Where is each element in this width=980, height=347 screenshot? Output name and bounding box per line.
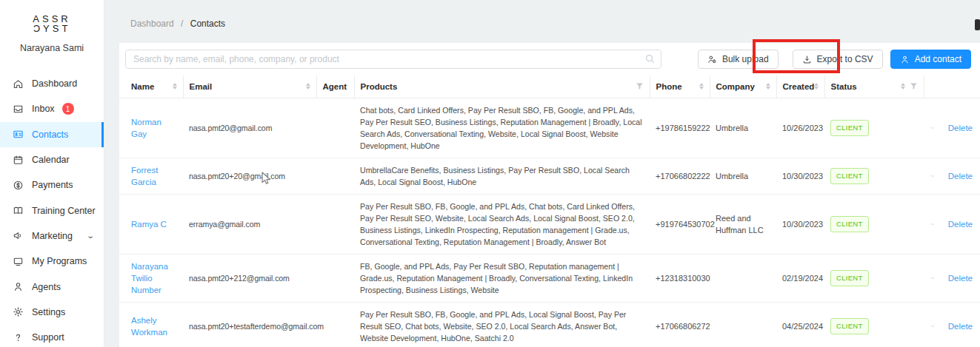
chevron-down-icon[interactable] [930,220,936,229]
bulk-upload-button[interactable]: Bulk upload [698,50,779,69]
column-header-status[interactable]: Status [824,75,924,98]
sort-icon[interactable] [173,83,177,90]
column-header-products[interactable]: Products [354,75,650,98]
contact-email: erramya@gmail.com [183,194,316,254]
add-person-icon [900,55,910,64]
sort-icon[interactable] [699,83,704,90]
column-header-company[interactable]: Company [710,75,776,98]
column-label: Created [783,82,815,91]
sidebar-item-my-programs[interactable]: My Programs [0,249,104,274]
sidebar-item-training-center[interactable]: Training Center [0,198,104,223]
export-csv-button[interactable]: Export to CSV [793,50,883,69]
chevron-down-icon[interactable]: ⌄ [86,232,95,240]
contact-name-link[interactable]: Ramya C [131,220,167,229]
delete-link[interactable]: Delete [948,320,973,332]
filter-icon[interactable] [347,82,347,90]
sidebar-item-contacts[interactable]: Contacts [0,122,104,147]
sidebar-item-support[interactable]: Support [0,325,104,347]
contact-created-date: 02/19/2024 [776,254,824,302]
bulk-upload-label: Bulk upload [722,54,769,64]
contact-products: FB, Google, and PPL Ads, Pay Per Result … [354,254,650,302]
column-header-email[interactable]: Email [183,75,316,98]
contact-name-link[interactable]: Norman Gay [131,118,161,138]
sidebar-item-agents[interactable]: Agents [0,274,104,299]
sidebar-item-inbox[interactable]: Inbox 1 [0,96,104,121]
sidebar-item-label: Marketing [32,231,73,241]
agent-person-icon [13,281,24,292]
scrollbar-thumb[interactable] [975,19,980,30]
sidebar-item-label: Inbox [32,104,55,114]
chevron-down-icon[interactable] [930,322,936,331]
contact-name-link[interactable]: Ashely Workman [131,316,167,337]
chevron-down-icon[interactable] [930,172,936,181]
delete-link[interactable]: Delete [948,272,973,284]
filter-icon[interactable] [636,82,644,90]
delete-link[interactable]: Delete [948,122,973,134]
sidebar-item-label: Dashboard [32,78,77,89]
contact-email: nasa.pmt20@gmail.com [183,98,316,158]
sidebar-item-dashboard[interactable]: Dashboard [0,71,104,96]
delete-link[interactable]: Delete [948,170,973,182]
sidebar-item-settings[interactable]: Settings [0,300,104,325]
column-header-agent[interactable]: Agent [316,75,354,98]
sort-icon[interactable] [306,83,310,90]
contact-created-date: 10/30/2023 [776,194,824,254]
column-header-name[interactable]: Name [119,75,183,98]
contact-agent [316,158,354,194]
column-header-actions [924,75,980,98]
column-label: Status [831,82,857,91]
sidebar-item-label: Training Center [32,206,96,216]
status-badge: CLIENT [830,168,869,184]
contact-email: nasa.pmt20+212@gmail.com [183,254,316,302]
sort-icon[interactable] [766,83,770,90]
megaphone-icon [13,230,24,241]
delete-link[interactable]: Delete [948,218,973,230]
sidebar-item-label: Support [32,332,64,343]
contact-products: UmbrellaCare Benefits, Business Listings… [354,158,650,194]
chevron-down-icon[interactable] [930,274,936,283]
table-row: Forrest Garcia nasa.pmt20+20@gmail.com U… [119,158,980,194]
export-csv-label: Export to CSV [817,54,873,64]
column-label: Company [716,82,755,91]
status-badge: CLIENT [830,318,869,334]
status-badge: CLIENT [830,270,869,286]
book-icon [13,205,24,216]
contact-company [710,254,776,302]
search-input[interactable] [125,50,661,69]
sort-icon[interactable] [814,83,819,90]
bulk-upload-person-icon [707,55,717,64]
dollar-circle-icon [13,180,24,191]
column-label: Agent [323,82,347,91]
sidebar-item-marketing[interactable]: Marketing ⌄ [0,223,104,249]
column-label: Phone [656,82,682,91]
brand-logo-line2: ϽYST [0,23,104,34]
breadcrumb: Dashboard / Contacts [104,0,980,29]
sidebar-item-calendar[interactable]: Calendar [0,147,104,172]
add-contact-button[interactable]: Add contact [890,50,971,69]
monitor-icon [13,256,24,267]
sort-icon[interactable] [901,83,905,90]
app-window: ASSR ϽYST Narayana Sami Dashboard Inbox … [0,0,980,347]
column-header-created[interactable]: Created [776,75,824,98]
contacts-table-body: Norman Gay nasa.pmt20@gmail.com Chat bot… [119,98,980,347]
contact-products: Pay Per Result SBO, FB, Google, and PPL … [354,302,650,347]
sidebar-item-payments[interactable]: Payments [0,172,104,198]
contact-name-link[interactable]: Forrest Garcia [131,166,158,186]
add-contact-label: Add contact [915,54,961,64]
contact-agent [316,194,354,254]
inbox-icon [13,104,24,115]
search-icon [645,54,655,64]
table-row: Narayana Twilio Number nasa.pmt20+212@gm… [119,254,980,302]
column-header-phone[interactable]: Phone [650,75,710,98]
inbox-unread-badge: 1 [62,103,74,115]
gear-icon [13,306,24,317]
status-badge: CLIENT [830,120,869,136]
contact-name-link[interactable]: Narayana Twilio Number [131,262,168,294]
sidebar: ASSR ϽYST Narayana Sami Dashboard Inbox … [0,0,104,347]
toolbar: Bulk upload Export to CSV Add contact [119,43,980,75]
contact-agent [316,98,354,158]
filter-icon[interactable] [910,82,918,90]
contact-created-date: 04/25/2024 [776,302,824,347]
chevron-down-icon[interactable] [930,124,936,132]
breadcrumb-dashboard[interactable]: Dashboard [130,18,174,29]
